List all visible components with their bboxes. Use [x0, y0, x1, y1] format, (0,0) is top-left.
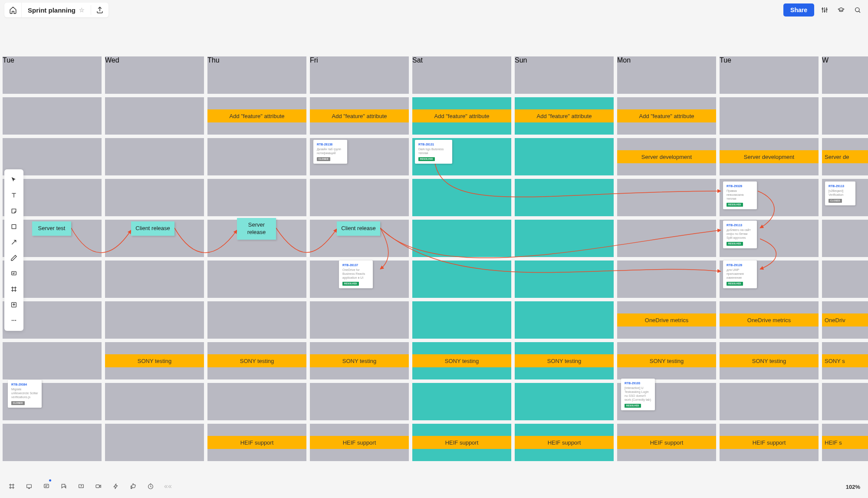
grid-cell[interactable]: [412, 179, 511, 216]
text-tool[interactable]: [4, 188, 23, 203]
academy-button[interactable]: [835, 4, 847, 16]
task-band[interactable]: Add "feature" attribute: [515, 109, 614, 122]
task-band[interactable]: SONY testing: [617, 354, 716, 367]
grid-cell[interactable]: HEIF support: [207, 424, 306, 461]
grid-cell[interactable]: [105, 261, 204, 298]
task-band[interactable]: HEIF support: [515, 436, 614, 449]
grid-cell[interactable]: SONY testing: [412, 342, 511, 379]
issue-card[interactable]: RTB-29113 [v2Beqard] Verification CLOSED: [825, 181, 855, 205]
task-band[interactable]: Server development: [617, 150, 716, 163]
grid-cell[interactable]: [412, 220, 511, 257]
vote-button[interactable]: [128, 481, 139, 492]
task-band[interactable]: SONY testing: [720, 354, 819, 367]
grid-cell[interactable]: [3, 424, 102, 461]
grid-cell[interactable]: [515, 301, 614, 339]
task-band[interactable]: HEIF support: [720, 436, 819, 449]
task-band[interactable]: HEIF support: [412, 436, 511, 449]
grid-cell[interactable]: Add "feature" attribute: [617, 97, 716, 135]
grid-cell[interactable]: [3, 97, 102, 135]
grid-cell[interactable]: [617, 179, 716, 216]
grid-cell[interactable]: [617, 220, 716, 257]
grid-cell[interactable]: [3, 342, 102, 379]
grid-cell[interactable]: SONY testing: [515, 342, 614, 379]
grid-cell[interactable]: [515, 179, 614, 216]
select-tool[interactable]: [4, 172, 23, 188]
grid-cell[interactable]: [105, 424, 204, 461]
grid-cell[interactable]: HEIF support: [720, 424, 819, 461]
task-band[interactable]: OneDriv: [822, 313, 868, 327]
issue-card[interactable]: RTB-29328 Правка невозможна теплая RESOL…: [723, 181, 757, 209]
task-band[interactable]: SONY s: [822, 354, 868, 367]
grid-cell[interactable]: SONY testing: [105, 342, 204, 379]
grid-cell[interactable]: HEIF support: [515, 424, 614, 461]
timer-button[interactable]: [145, 481, 156, 492]
sticky-note[interactable]: Client release: [337, 221, 380, 236]
grid-cell[interactable]: HEIF support: [310, 424, 409, 461]
grid-cell[interactable]: HEIF support: [617, 424, 716, 461]
grid-cell[interactable]: [310, 179, 409, 216]
issue-card[interactable]: RTB-29113 доблвего на сайт инфо по бетам…: [723, 221, 757, 248]
task-band[interactable]: Add "feature" attribute: [207, 109, 306, 122]
grid-cell[interactable]: [105, 179, 204, 216]
grid-cell[interactable]: Rel: [822, 97, 868, 135]
grid-cell[interactable]: [720, 97, 819, 135]
frame-tool[interactable]: [4, 281, 23, 297]
grid-cell[interactable]: [207, 383, 306, 420]
task-band[interactable]: SONY testing: [515, 354, 614, 367]
grid-cell[interactable]: [207, 138, 306, 175]
grid-cell[interactable]: [822, 220, 868, 257]
screenshare-button[interactable]: [76, 481, 87, 492]
grid-cell[interactable]: OneDriv: [822, 301, 868, 339]
grid-cell[interactable]: [207, 301, 306, 339]
grid-cell[interactable]: [822, 383, 868, 420]
task-band[interactable]: Add "feature" attribute: [310, 109, 409, 122]
task-band[interactable]: Server de: [822, 150, 868, 163]
issue-card[interactable]: RTB-28137 OneDrive for Business Reacts a…: [339, 261, 373, 288]
collapse-button[interactable]: ««: [162, 481, 174, 492]
grid-cell[interactable]: [822, 261, 868, 298]
grid-cell[interactable]: SONY s: [822, 342, 868, 379]
grid-cell[interactable]: [105, 97, 204, 135]
grid-cell[interactable]: [207, 179, 306, 216]
chat-button[interactable]: [58, 481, 69, 492]
task-band[interactable]: SONY testing: [207, 354, 306, 367]
board-title[interactable]: Sprint planning ☆: [22, 7, 91, 14]
share-button[interactable]: Share: [783, 3, 814, 16]
settings-button[interactable]: [819, 4, 831, 16]
arrow-tool[interactable]: [4, 234, 23, 250]
presentation-button[interactable]: [23, 481, 35, 492]
star-icon[interactable]: ☆: [79, 7, 85, 13]
task-band[interactable]: HEIF s: [822, 436, 868, 449]
grid-cell[interactable]: SONY testing: [617, 342, 716, 379]
grid-cell[interactable]: [515, 261, 614, 298]
task-band[interactable]: OneDrive metrics: [720, 313, 819, 327]
grid-cell[interactable]: HEIF s: [822, 424, 868, 461]
task-band[interactable]: HEIF support: [617, 436, 716, 449]
grid-cell[interactable]: SONY testing: [207, 342, 306, 379]
search-button[interactable]: [852, 4, 864, 16]
grid-cell[interactable]: [515, 138, 614, 175]
issue-card[interactable]: RTB-28131 Dark bgs Buisness теплая RESOL…: [415, 140, 452, 164]
grid-cell[interactable]: Server development: [720, 138, 819, 175]
activity-button[interactable]: [110, 481, 122, 492]
grid-cell[interactable]: SONY testing: [310, 342, 409, 379]
task-band[interactable]: SONY testing: [105, 354, 204, 367]
task-band[interactable]: HEIF support: [207, 436, 306, 449]
task-band[interactable]: Add "feature" attribute: [617, 109, 716, 122]
zoom-level[interactable]: 102%: [846, 484, 860, 490]
grid-cell[interactable]: [412, 383, 511, 420]
video-button[interactable]: [93, 481, 104, 492]
home-button[interactable]: [4, 3, 22, 17]
grid-cell[interactable]: [720, 383, 819, 420]
grid-cell[interactable]: SONY testing: [720, 342, 819, 379]
grid-cell[interactable]: Server development: [617, 138, 716, 175]
grid-cell[interactable]: [105, 383, 204, 420]
task-band[interactable]: SONY testing: [310, 354, 409, 367]
grid-cell[interactable]: [412, 301, 511, 339]
grid-cell[interactable]: Server de: [822, 138, 868, 175]
issue-card[interactable]: RTB-29103 [Interactive] U Testcasking Lo…: [621, 379, 655, 410]
sticky-tool[interactable]: [4, 203, 23, 219]
task-band[interactable]: HEIF support: [310, 436, 409, 449]
grid-cell[interactable]: [617, 261, 716, 298]
issue-card[interactable]: RTB-29384 Migrate unitewecircle Scillar …: [8, 380, 42, 408]
